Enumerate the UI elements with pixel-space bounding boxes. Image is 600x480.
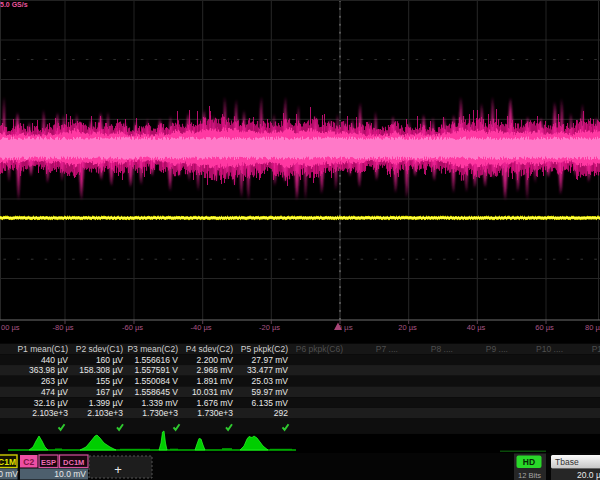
svg-text:6.135 mV: 6.135 mV [252, 398, 289, 408]
svg-text:25.03 mV: 25.03 mV [252, 376, 289, 386]
svg-text:ESP: ESP [41, 458, 56, 467]
svg-text:P8 ....: P8 .... [431, 344, 453, 354]
svg-text:33.477 mV: 33.477 mV [247, 365, 288, 375]
svg-text:1.730e+3: 1.730e+3 [197, 408, 233, 418]
svg-text:20.0 µs: 20.0 µs [577, 470, 600, 480]
svg-text:80 µs: 80 µs [585, 323, 600, 332]
svg-text:363.98 µV: 363.98 µV [29, 365, 68, 375]
svg-text:20 µs: 20 µs [398, 323, 417, 332]
svg-text:2.200 mV: 2.200 mV [197, 355, 234, 365]
svg-text:10.0 mV: 10.0 mV [0, 469, 18, 479]
svg-text:5.0 GS/s: 5.0 GS/s [0, 1, 28, 8]
svg-text:DC1M: DC1M [63, 458, 84, 467]
svg-text:292: 292 [274, 408, 288, 418]
svg-text:P4 sdev(C2): P4 sdev(C2) [186, 344, 233, 354]
svg-text:1.676 mV: 1.676 mV [197, 398, 234, 408]
svg-text:32.16 µV: 32.16 µV [34, 398, 69, 408]
svg-text:-80 µs: -80 µs [53, 323, 74, 332]
svg-text:-20 µs: -20 µs [259, 323, 280, 332]
svg-text:1.557591 V: 1.557591 V [135, 365, 179, 375]
svg-text:10.031 mV: 10.031 mV [192, 387, 233, 397]
svg-text:1.730e+3: 1.730e+3 [142, 408, 178, 418]
svg-text:59.97 mV: 59.97 mV [252, 387, 289, 397]
svg-text:440 µV: 440 µV [41, 355, 68, 365]
svg-text:P7 ....: P7 .... [376, 344, 398, 354]
svg-text:12 Bits: 12 Bits [518, 471, 541, 480]
svg-text:-40 µs: -40 µs [191, 323, 212, 332]
svg-text:+: + [114, 462, 122, 477]
svg-text:2.103e+3: 2.103e+3 [32, 408, 68, 418]
svg-text:2.966 mV: 2.966 mV [197, 365, 234, 375]
svg-text:P5 pkpk(C2): P5 pkpk(C2) [241, 344, 288, 354]
svg-text:P10 ....: P10 .... [536, 344, 563, 354]
svg-text:C2: C2 [23, 457, 34, 467]
svg-text:2.103e+3: 2.103e+3 [87, 408, 123, 418]
svg-text:474 µV: 474 µV [41, 387, 68, 397]
svg-text:10.0 mV: 10.0 mV [54, 469, 86, 479]
svg-text:40 µs: 40 µs [467, 323, 486, 332]
svg-text:160 µV: 160 µV [96, 355, 123, 365]
svg-text:1.558645 V: 1.558645 V [135, 387, 179, 397]
svg-text:1.399 µV: 1.399 µV [89, 398, 124, 408]
svg-text:Tbase: Tbase [555, 457, 579, 467]
svg-text:263 µV: 263 µV [41, 376, 68, 386]
svg-text:167 µV: 167 µV [96, 387, 123, 397]
svg-text:27.97 mV: 27.97 mV [252, 355, 289, 365]
svg-text:1.891 mV: 1.891 mV [197, 376, 234, 386]
svg-text:60 µs: 60 µs [535, 323, 554, 332]
svg-text:P6 pkpk(C6): P6 pkpk(C6) [296, 344, 343, 354]
svg-text:P2 sdev(C1): P2 sdev(C1) [76, 344, 123, 354]
svg-text:DC1M: DC1M [0, 457, 16, 467]
svg-text:155 µV: 155 µV [96, 376, 123, 386]
svg-text:00 µs: 00 µs [1, 323, 20, 332]
svg-text:158.308 µV: 158.308 µV [79, 365, 123, 375]
svg-text:HD: HD [523, 457, 535, 467]
svg-text:1.556616 V: 1.556616 V [135, 355, 179, 365]
svg-text:P1 mean(C1): P1 mean(C1) [17, 344, 68, 354]
svg-text:P9 ....: P9 .... [486, 344, 508, 354]
svg-text:-60 µs: -60 µs [122, 323, 143, 332]
svg-text:1.550084 V: 1.550084 V [135, 376, 179, 386]
svg-text:P11 ....: P11 .... [592, 344, 600, 354]
svg-text:P3 mean(C2): P3 mean(C2) [127, 344, 178, 354]
svg-text:1.339 mV: 1.339 mV [142, 398, 179, 408]
